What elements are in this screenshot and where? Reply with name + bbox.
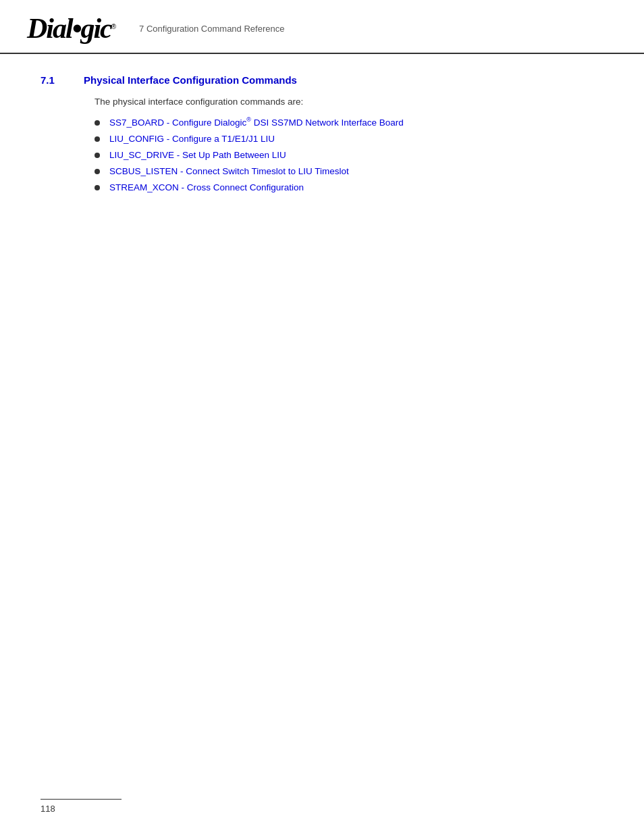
page-number: 118 — [41, 804, 603, 814]
page-container: Dial•gic® 7 Configuration Command Refere… — [0, 0, 644, 834]
main-content: 7.1 Physical Interface Configuration Com… — [0, 54, 644, 239]
bullet-icon — [95, 136, 100, 142]
bullet-icon — [95, 169, 100, 174]
command-link-liu-config[interactable]: LIU_CONFIG - Configure a T1/E1/J1 LIU — [109, 134, 275, 144]
section-title: Physical Interface Configuration Command… — [84, 74, 297, 86]
footer-divider — [41, 799, 122, 800]
header-subtitle: 7 Configuration Command Reference — [139, 24, 284, 34]
section-heading: 7.1 Physical Interface Configuration Com… — [41, 74, 603, 86]
list-item: SCBUS_LISTEN - Connect Switch Timeslot t… — [95, 166, 603, 176]
intro-paragraph: The physical interface configuration com… — [41, 97, 603, 107]
bullet-icon — [95, 120, 100, 126]
commands-list: SS7_BOARD - Configure Dialogic® DSI SS7M… — [41, 116, 603, 192]
command-link-liu-sc-drive[interactable]: LIU_SC_DRIVE - Set Up Path Between LIU — [109, 150, 286, 160]
list-item: LIU_SC_DRIVE - Set Up Path Between LIU — [95, 150, 603, 160]
logo: Dial•gic® — [27, 12, 116, 45]
command-link-ss7board[interactable]: SS7_BOARD - Configure Dialogic® DSI SS7M… — [109, 116, 404, 128]
section-number: 7.1 — [41, 74, 68, 86]
page-footer: 118 — [41, 799, 603, 814]
bullet-icon — [95, 185, 100, 190]
list-item: STREAM_XCON - Cross Connect Configuratio… — [95, 182, 603, 192]
list-item: SS7_BOARD - Configure Dialogic® DSI SS7M… — [95, 116, 603, 128]
command-link-stream-xcon[interactable]: STREAM_XCON - Cross Connect Configuratio… — [109, 182, 304, 192]
bullet-icon — [95, 153, 100, 158]
list-item: LIU_CONFIG - Configure a T1/E1/J1 LIU — [95, 134, 603, 144]
command-link-scbus-listen[interactable]: SCBUS_LISTEN - Connect Switch Timeslot t… — [109, 166, 349, 176]
page-header: Dial•gic® 7 Configuration Command Refere… — [0, 0, 644, 54]
